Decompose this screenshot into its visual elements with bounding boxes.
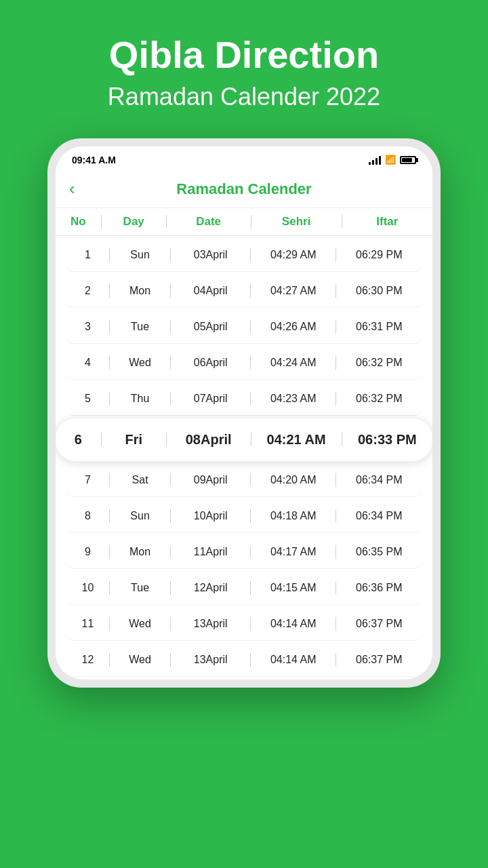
cell-iftar: 06:35 PM	[336, 546, 422, 558]
cell-day: Sat	[110, 474, 171, 486]
cell-day: Fri	[102, 432, 166, 448]
cell-sehri: 04:26 AM	[251, 321, 336, 333]
col-header-date: Date	[167, 215, 251, 229]
wifi-icon: 📶	[385, 155, 396, 165]
cell-no: 4	[66, 357, 109, 369]
app-header: ‹ Ramadan Calender	[56, 171, 432, 208]
cell-no: 1	[66, 249, 109, 261]
cell-date: 03April	[171, 249, 250, 261]
cell-day: Wed	[110, 618, 171, 630]
cell-iftar: 06:36 PM	[336, 582, 422, 594]
cell-sehri: 04:24 AM	[251, 357, 336, 369]
col-header-sehri: Sehri	[251, 215, 342, 229]
cell-no: 7	[66, 474, 109, 486]
status-icons: 📶	[369, 155, 416, 165]
cell-day: Mon	[110, 546, 171, 558]
cell-no: 12	[66, 654, 109, 666]
cell-sehri: 04:27 AM	[251, 285, 336, 297]
table-row[interactable]: 10 Tue 12April 04:15 AM 06:36 PM	[66, 572, 422, 605]
cell-no: 10	[66, 582, 109, 594]
table-row[interactable]: 2 Mon 04April 04:27 AM 06:30 PM	[66, 275, 422, 308]
back-button[interactable]: ‹	[69, 178, 75, 199]
cell-no: 5	[66, 393, 109, 405]
col-header-no: No	[56, 215, 101, 229]
cell-date: 07April	[171, 393, 250, 405]
cell-date: 12April	[171, 582, 250, 594]
table-row[interactable]: 11 Wed 13April 04:14 AM 06:37 PM	[66, 608, 422, 641]
phone-inner: 09:41 A.M 📶 ‹ Ramadan Calender	[56, 146, 432, 679]
table-row[interactable]: 7 Sat 09April 04:20 AM 06:34 PM	[66, 464, 422, 497]
cell-day: Sun	[110, 249, 171, 261]
table-row[interactable]: 5 Thu 07April 04:23 AM 06:32 PM	[66, 382, 422, 416]
cell-date: 13April	[171, 654, 250, 666]
cell-no: 3	[66, 321, 109, 333]
cell-day: Tue	[110, 582, 171, 594]
cell-date: 04April	[171, 285, 250, 297]
table-row[interactable]: 8 Sun 10April 04:18 AM 06:34 PM	[66, 500, 422, 533]
cell-day: Mon	[110, 285, 171, 297]
hero-title: Qibla Direction	[109, 34, 379, 76]
table-row[interactable]: 4 Wed 06April 04:24 AM 06:32 PM	[66, 347, 422, 380]
battery-icon	[400, 156, 416, 164]
cell-sehri: 04:23 AM	[251, 393, 336, 405]
cell-iftar: 06:31 PM	[336, 321, 422, 333]
table-body: 1 Sun 03April 04:29 AM 06:29 PM 2 Mon 04…	[56, 239, 432, 677]
cell-day: Thu	[110, 393, 171, 405]
cell-date: 11April	[171, 546, 250, 558]
phone-mockup: 09:41 A.M 📶 ‹ Ramadan Calender	[47, 138, 441, 688]
cell-no: 6	[56, 432, 101, 448]
cell-iftar: 06:33 PM	[342, 432, 432, 448]
cell-no: 8	[66, 510, 109, 522]
cell-sehri: 04:21 AM	[251, 432, 342, 448]
cell-date: 13April	[171, 618, 250, 630]
table-row[interactable]: 9 Mon 11April 04:17 AM 06:35 PM	[66, 536, 422, 569]
cell-iftar: 06:34 PM	[336, 510, 422, 522]
screen-title: Ramadan Calender	[176, 180, 311, 198]
cell-sehri: 04:18 AM	[251, 510, 336, 522]
col-header-iftar: Iftar	[342, 215, 432, 229]
cell-date: 09April	[171, 474, 250, 486]
hero-subtitle: Ramadan Calender 2022	[108, 83, 380, 111]
cell-iftar: 06:37 PM	[336, 618, 422, 630]
table-row[interactable]: 3 Tue 05April 04:26 AM 06:31 PM	[66, 311, 422, 344]
cell-day: Tue	[110, 321, 171, 333]
cell-sehri: 04:14 AM	[251, 618, 336, 630]
cell-no: 2	[66, 285, 109, 297]
cell-sehri: 04:20 AM	[251, 474, 336, 486]
hero-section: Qibla Direction Ramadan Calender 2022	[0, 0, 488, 111]
cell-iftar: 06:34 PM	[336, 474, 422, 486]
cell-day: Wed	[110, 654, 171, 666]
cell-sehri: 04:29 AM	[251, 249, 336, 261]
cell-iftar: 06:29 PM	[336, 249, 422, 261]
cell-day: Sun	[110, 510, 171, 522]
cell-iftar: 06:37 PM	[336, 654, 422, 666]
calendar-table: No Day Date Sehri Iftar 1 Sun 03April 04…	[56, 208, 432, 677]
table-row[interactable]: 6 Fri 08April 04:21 AM 06:33 PM	[56, 418, 432, 461]
cell-date: 08April	[167, 432, 251, 448]
cell-no: 11	[66, 618, 109, 630]
cell-date: 05April	[171, 321, 250, 333]
table-header: No Day Date Sehri Iftar	[56, 208, 432, 236]
cell-sehri: 04:17 AM	[251, 546, 336, 558]
cell-date: 06April	[171, 357, 250, 369]
status-bar: 09:41 A.M 📶	[56, 146, 432, 171]
cell-no: 9	[66, 546, 109, 558]
cell-iftar: 06:32 PM	[336, 357, 422, 369]
table-row[interactable]: 12 Wed 13April 04:14 AM 06:37 PM	[66, 644, 422, 677]
cell-sehri: 04:14 AM	[251, 654, 336, 666]
col-header-day: Day	[102, 215, 166, 229]
cell-iftar: 06:32 PM	[336, 393, 422, 405]
cell-sehri: 04:15 AM	[251, 582, 336, 594]
cell-day: Wed	[110, 357, 171, 369]
cell-date: 10April	[171, 510, 250, 522]
table-row[interactable]: 1 Sun 03April 04:29 AM 06:29 PM	[66, 239, 422, 272]
signal-icon	[369, 155, 381, 165]
status-time: 09:41 A.M	[72, 155, 116, 165]
cell-iftar: 06:30 PM	[336, 285, 422, 297]
